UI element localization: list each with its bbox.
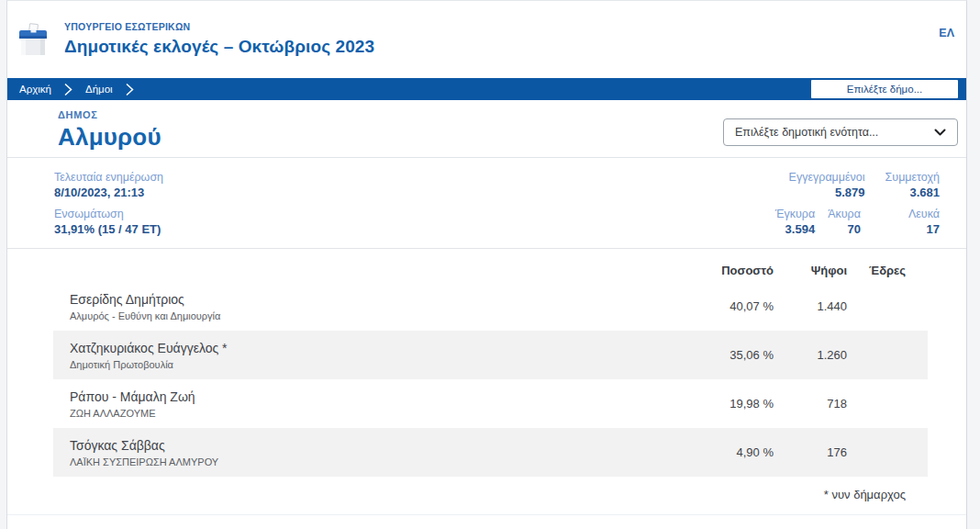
stats-left: Τελευταία ενημέρωση 8/10/2023, 21:13 Ενσ…: [54, 170, 163, 237]
party-name: Δημοτική Πρωτοβουλία: [70, 359, 673, 370]
municipality-name: Αλμυρού: [58, 123, 161, 152]
page: ΥΠΟΥΡΓΕΙΟ ΕΣΩΤΕΡΙΚΩΝ Δημοτικές εκλογές –…: [6, 0, 967, 529]
municipality-select[interactable]: Επιλέξτε δήμο...: [811, 80, 958, 98]
registered-stat: Εγγεγραμμένοι 5.879: [789, 170, 865, 200]
seats-column-header: Έδρες: [847, 264, 906, 277]
municipality-type-label: ΔΗΜΟΣ: [58, 109, 161, 120]
incorporation-value: 31,91% (15 / 47 ΕΤ): [54, 221, 163, 237]
candidate-cell: Τσόγκας Σάββας ΛΑΪΚΗ ΣΥΣΠΕΙΡΩΣΗ ΑΛΜΥΡΟΥ: [70, 438, 673, 467]
invalid-label: Άκυρα: [828, 207, 861, 221]
candidate-cell: Χατζηκυριάκος Ευάγγελος * Δημοτική Πρωτο…: [70, 341, 673, 370]
breadcrumb-home-link[interactable]: Αρχική: [19, 84, 51, 95]
results-table: Ποσοστό Ψήφοι Έδρες Εσερίδης Δημήτριος Α…: [53, 258, 928, 514]
chevron-right-icon: [126, 83, 134, 96]
blank-label: Λευκά: [908, 207, 940, 221]
candidate-name: Ράπου - Μάμαλη Ζωή: [70, 389, 673, 404]
ballot-box-icon: [14, 21, 52, 60]
candidate-name: Τσόγκας Σάββας: [70, 438, 673, 453]
municipality-heading: ΔΗΜΟΣ Αλμυρού: [58, 109, 161, 152]
blank-stat: Λευκά 17: [908, 207, 940, 237]
party-name: ΛΑΪΚΗ ΣΥΣΠΕΙΡΩΣΗ ΑΛΜΥΡΟΥ: [70, 456, 673, 467]
turnout-stat: Συμμετοχή 3.681: [885, 170, 940, 200]
chevron-right-icon: [64, 83, 72, 96]
results-header-row: Ποσοστό Ψήφοι Έδρες: [53, 258, 928, 282]
table-row[interactable]: Χατζηκυριάκος Ευάγγελος * Δημοτική Πρωτο…: [53, 331, 928, 379]
table-row[interactable]: Τσόγκας Σάββας ΛΑΪΚΗ ΣΥΣΠΕΙΡΩΣΗ ΑΛΜΥΡΟΥ …: [53, 428, 928, 477]
app-header: ΥΠΟΥΡΓΕΙΟ ΕΣΩΤΕΡΙΚΩΝ Δημοτικές εκλογές –…: [7, 1, 966, 78]
turnout-label: Συμμετοχή: [885, 170, 940, 185]
valid-value: 3.594: [785, 221, 816, 237]
percent-value: 19,98 %: [673, 397, 774, 411]
percent-value: 35,06 %: [673, 348, 774, 362]
votes-value: 176: [774, 445, 847, 459]
candidate-name: Χατζηκυριάκος Ευάγγελος *: [70, 341, 673, 355]
page-title: Δημοτικές εκλογές – Οκτώβριος 2023: [64, 37, 374, 57]
candidate-name: Εσερίδης Δημήτριος: [70, 292, 673, 307]
incumbent-footnote: * νυν δήμαρχος: [53, 477, 928, 514]
votes-value: 718: [774, 397, 847, 411]
municipal-unit-select[interactable]: Επιλέξτε δημοτική ενότητα...: [723, 118, 958, 146]
incorporation-stat: Ενσωμάτωση 31,91% (15 / 47 ΕΤ): [54, 207, 163, 237]
votes-value: 1.260: [774, 348, 847, 362]
ministry-label: ΥΠΟΥΡΓΕΙΟ ΕΣΩΤΕΡΙΚΩΝ: [64, 21, 374, 32]
percent-value: 4,90 %: [673, 445, 774, 459]
invalid-stat: Άκυρα 70: [828, 207, 861, 237]
turnout-value: 3.681: [909, 185, 940, 200]
last-update-value: 8/10/2023, 21:13: [54, 185, 163, 200]
breadcrumb: Αρχική Δήμοι Επιλέξτε δήμο...: [7, 78, 966, 100]
stats-row-participation: Εγγεγραμμένοι 5.879 Συμμετοχή 3.681: [775, 170, 940, 200]
registered-value: 5.879: [835, 185, 865, 200]
stats-section: Τελευταία ενημέρωση 8/10/2023, 21:13 Ενσ…: [7, 158, 966, 248]
invalid-value: 70: [847, 221, 860, 237]
valid-label: Έγκυρα: [775, 207, 815, 221]
percent-column-header: Ποσοστό: [673, 264, 774, 277]
divider: [7, 248, 966, 249]
blank-value: 17: [927, 221, 940, 237]
last-update-label: Τελευταία ενημέρωση: [54, 170, 163, 185]
votes-column-header: Ψήφοι: [774, 264, 847, 277]
registered-label: Εγγεγραμμένοι: [789, 170, 865, 185]
table-row[interactable]: Εσερίδης Δημήτριος Αλμυρός - Ευθύνη και …: [53, 282, 928, 331]
incorporation-label: Ενσωμάτωση: [54, 207, 163, 221]
candidate-cell: Ράπου - Μάμαλη Ζωή ΖΩΗ ΑΛΛΑΖΟΥΜΕ: [70, 389, 673, 419]
party-name: ΖΩΗ ΑΛΛΑΖΟΥΜΕ: [70, 408, 673, 419]
breadcrumb-municipalities-link[interactable]: Δήμοι: [85, 84, 113, 95]
party-name: Αλμυρός - Ευθύνη και Δημιουργία: [70, 310, 673, 321]
language-switcher[interactable]: ΕΛ: [939, 27, 954, 39]
divider: [7, 514, 966, 515]
header-titles: ΥΠΟΥΡΓΕΙΟ ΕΣΩΤΕΡΙΚΩΝ Δημοτικές εκλογές –…: [64, 19, 374, 57]
candidate-cell: Εσερίδης Δημήτριος Αλμυρός - Ευθύνη και …: [70, 292, 673, 321]
votes-value: 1.440: [774, 299, 847, 313]
chevron-down-icon: [934, 129, 946, 137]
table-row[interactable]: Ράπου - Μάμαλη Ζωή ΖΩΗ ΑΛΛΑΖΟΥΜΕ 19,98 %…: [53, 379, 928, 428]
stats-row-ballots: Έγκυρα 3.594 Άκυρα 70 Λευκά 17: [775, 207, 940, 237]
percent-value: 40,07 %: [673, 299, 774, 313]
stats-right: Εγγεγραμμένοι 5.879 Συμμετοχή 3.681 Έγκυ…: [775, 170, 940, 237]
municipality-section: ΔΗΜΟΣ Αλμυρού Επιλέξτε δημοτική ενότητα.…: [7, 100, 966, 157]
valid-stat: Έγκυρα 3.594: [775, 207, 815, 237]
last-update-stat: Τελευταία ενημέρωση 8/10/2023, 21:13: [54, 170, 163, 200]
municipal-unit-select-placeholder: Επιλέξτε δημοτική ενότητα...: [735, 126, 878, 139]
